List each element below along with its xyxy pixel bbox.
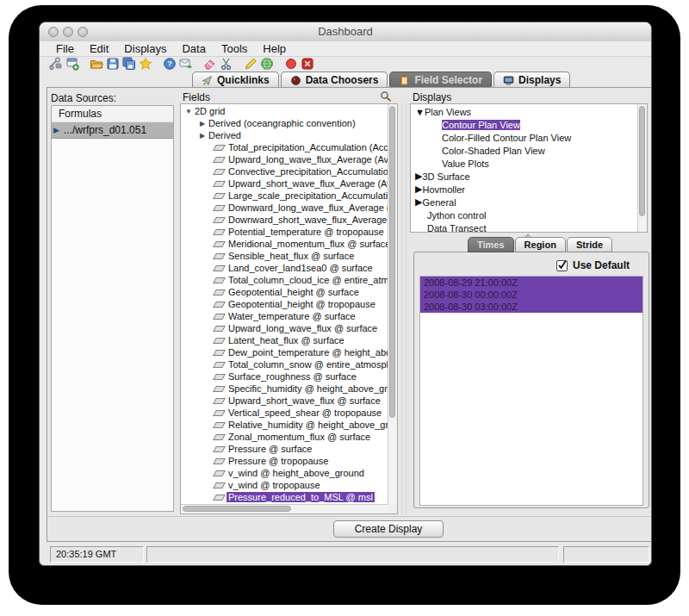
- display-row[interactable]: Contour Plan View: [411, 118, 637, 131]
- field-row[interactable]: ▼2D grid: [181, 105, 388, 117]
- displays-vertical-scrollbar-thumb[interactable]: [639, 106, 645, 216]
- data-chooser-icon[interactable]: [49, 57, 63, 71]
- field-row[interactable]: Pressure_reduced_to_MSL @ msl: [181, 491, 388, 503]
- field-row[interactable]: Relative_humidity @ height_above_ground: [181, 419, 388, 431]
- favorites-icon[interactable]: [139, 57, 152, 71]
- field-row[interactable]: Upward_short_wave_flux_Average (Average …: [181, 177, 388, 190]
- menu-tools[interactable]: Tools: [214, 41, 255, 56]
- displays-icon: [503, 75, 514, 86]
- eraser-icon[interactable]: [203, 57, 217, 71]
- display-row[interactable]: ▶General: [411, 196, 637, 208]
- status-message-area: [146, 546, 559, 563]
- field-row[interactable]: Potential_temperature @ tropopause: [181, 226, 388, 238]
- collapse-arrow-icon[interactable]: ▼: [184, 108, 193, 115]
- field-row[interactable]: Geopotential_height @ surface: [181, 286, 388, 298]
- open-file-icon[interactable]: [90, 57, 103, 71]
- time-item[interactable]: 2008-08-29 21:00:00Z: [420, 277, 642, 289]
- tab-quicklinks[interactable]: Quicklinks: [192, 72, 279, 88]
- field-row[interactable]: Specific_humidity @ height_above_ground: [181, 383, 388, 395]
- use-default-checkbox[interactable]: [556, 260, 568, 271]
- data-source-item[interactable]: ▶.../wrfprs_d01.051: [52, 122, 173, 139]
- display-row[interactable]: ▶Hovmoller: [411, 183, 637, 196]
- field-row[interactable]: Land_cover_land1sea0 @ surface: [181, 262, 388, 274]
- fields-vertical-scrollbar[interactable]: [388, 104, 397, 504]
- globe-icon[interactable]: [260, 57, 274, 71]
- data-source-item[interactable]: Formulas: [52, 106, 173, 122]
- field-row[interactable]: Pressure @ tropopause: [181, 455, 388, 467]
- field-row[interactable]: v_wind @ height_above_ground: [181, 467, 388, 479]
- fields-vertical-scrollbar-thumb[interactable]: [389, 106, 395, 418]
- menu-displays[interactable]: Displays: [116, 41, 174, 56]
- subset-tab-stride[interactable]: Stride: [567, 237, 612, 252]
- save-icon[interactable]: [106, 57, 120, 71]
- field-row[interactable]: Downward_long_wave_flux_Average (Average…: [181, 202, 388, 214]
- exit-icon[interactable]: [301, 57, 314, 71]
- expand-arrow-icon[interactable]: ▶: [415, 171, 422, 182]
- new-window-icon[interactable]: [65, 57, 79, 71]
- field-leaf-icon: [213, 470, 226, 476]
- main-tabs: QuicklinksData ChoosersField SelectorDis…: [192, 72, 572, 88]
- display-row[interactable]: Data Transect: [411, 221, 637, 232]
- field-row[interactable]: Dew_point_temperature @ height_above_gro…: [181, 346, 388, 358]
- time-item[interactable]: 2008-08-30 00:00:00Z: [420, 289, 642, 301]
- field-row[interactable]: Total_column_cloud_ice @ entire_atmosphe…: [181, 274, 388, 286]
- field-row[interactable]: Meridional_momentum_flux @ surface: [181, 238, 388, 250]
- field-row[interactable]: Upward_long_wave_flux_Average (Average f…: [181, 153, 388, 165]
- expand-arrow-icon: ▶: [53, 122, 59, 138]
- display-row[interactable]: Jython control: [411, 208, 637, 221]
- fields-horizontal-scrollbar-thumb[interactable]: [183, 506, 291, 512]
- field-row[interactable]: Latent_heat_flux @ surface: [181, 334, 388, 346]
- menu-help[interactable]: Help: [255, 41, 294, 56]
- field-label: Zonal_momentum_flux @ surface: [227, 432, 372, 442]
- support-icon[interactable]: [179, 57, 193, 71]
- field-label: Derived (oceangraphic convention): [207, 118, 357, 128]
- field-row[interactable]: Sensible_heat_flux @ surface: [181, 250, 388, 262]
- menu-edit[interactable]: Edit: [82, 41, 116, 56]
- field-label: Water_temperature @ surface: [227, 311, 357, 321]
- record-icon[interactable]: [284, 57, 298, 71]
- menu-data[interactable]: Data: [174, 41, 213, 56]
- field-row[interactable]: Upward_long_wave_flux @ surface: [181, 322, 388, 334]
- field-row[interactable]: Water_temperature @ surface: [181, 310, 388, 322]
- menu-file[interactable]: File: [48, 41, 82, 56]
- display-row[interactable]: Color-Shaded Plan View: [411, 144, 637, 157]
- tab-field-selector[interactable]: Field Selector: [389, 72, 492, 88]
- field-row[interactable]: v_wind @ tropopause: [181, 479, 388, 491]
- tab-data-choosers[interactable]: Data Choosers: [281, 72, 388, 88]
- field-row[interactable]: Total_column_snow @ entire_atmosphere: [181, 358, 388, 370]
- display-row[interactable]: Value Plots: [411, 157, 637, 170]
- tab-displays[interactable]: Displays: [493, 72, 570, 88]
- expand-arrow-icon[interactable]: ▶: [415, 196, 422, 208]
- expand-arrow-icon[interactable]: ▶: [198, 132, 207, 140]
- panel-splitter[interactable]: [401, 103, 407, 514]
- field-row[interactable]: Total_precipitation_Accumulation (Accumu…: [181, 141, 388, 153]
- field-row[interactable]: Large_scale_precipitation_Accumulation (…: [181, 190, 388, 202]
- field-row[interactable]: Surface_roughness @ surface: [181, 370, 388, 383]
- cut-icon[interactable]: [220, 57, 233, 71]
- save-as-icon[interactable]: [122, 57, 136, 71]
- display-row[interactable]: ▼Plan Views: [411, 105, 637, 118]
- search-icon[interactable]: [380, 90, 392, 103]
- field-row[interactable]: Vertical_speed_shear @ tropopause: [181, 407, 388, 419]
- fields-horizontal-scrollbar[interactable]: [181, 504, 388, 513]
- field-row[interactable]: Geopotential_height @ tropopause: [181, 298, 388, 310]
- collapse-arrow-icon[interactable]: ▼: [415, 107, 425, 117]
- field-row[interactable]: ▶Derived: [181, 129, 388, 141]
- display-row[interactable]: ▶3D Surface: [411, 170, 637, 183]
- help-icon[interactable]: ?: [163, 57, 177, 71]
- field-row[interactable]: Downward_short_wave_flux_Average (Averag…: [181, 214, 388, 226]
- expand-arrow-icon[interactable]: ▶: [415, 184, 422, 195]
- subset-tab-region[interactable]: Region: [515, 237, 566, 252]
- field-row[interactable]: Upward_short_wave_flux @ surface: [181, 395, 388, 407]
- expand-arrow-icon[interactable]: ▶: [198, 120, 207, 128]
- field-row[interactable]: ▶Derived (oceangraphic convention): [181, 117, 388, 129]
- time-item[interactable]: 2008-08-30 03:00:00Z: [420, 301, 642, 313]
- subset-tab-times[interactable]: Times: [468, 237, 514, 252]
- field-row[interactable]: Pressure @ surface: [181, 443, 388, 455]
- field-row[interactable]: Convective_precipitation_Accumulation (A…: [181, 165, 388, 177]
- displays-vertical-scrollbar[interactable]: [637, 104, 647, 232]
- field-row[interactable]: Zonal_momentum_flux @ surface: [181, 431, 388, 443]
- display-row[interactable]: Color-Filled Contour Plan View: [411, 131, 637, 144]
- edit-icon[interactable]: [244, 57, 258, 71]
- create-display-button[interactable]: Create Display: [333, 520, 444, 538]
